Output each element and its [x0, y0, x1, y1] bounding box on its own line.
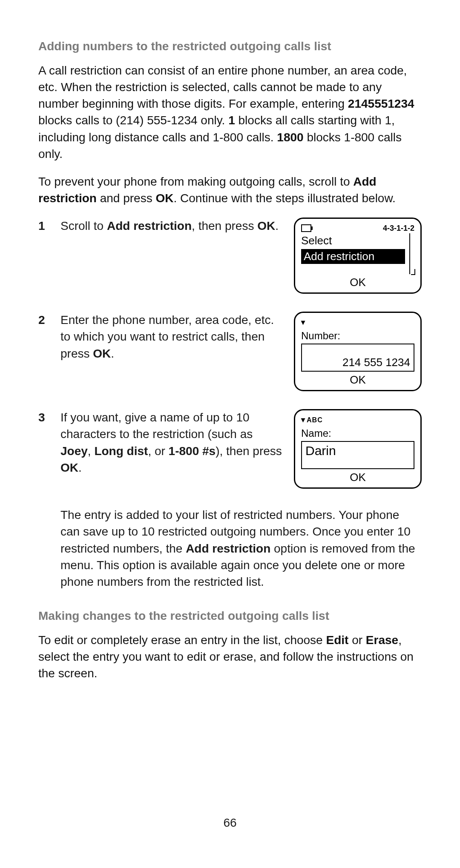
intro-paragraph-1: A call restriction can consist of an ent…	[38, 62, 422, 162]
text: , or	[148, 444, 168, 458]
text: If you want, give a name of up to 10 cha…	[60, 411, 253, 441]
text: and press	[97, 192, 156, 205]
name-input: Darin	[301, 441, 414, 469]
text: .	[78, 461, 82, 474]
text-bold: 1-800 #s	[169, 444, 216, 458]
screen-title: Select	[301, 234, 405, 247]
number-input: 214 555 1234	[301, 344, 414, 372]
text-bold: Erase	[366, 633, 398, 647]
text-bold: OK	[93, 347, 111, 360]
input-value: Darin	[305, 444, 336, 458]
input-mode-icon: ABC	[307, 416, 323, 424]
softkey-ok: OK	[301, 471, 414, 484]
signal-icon: ▾	[301, 318, 305, 327]
step-2: 2 Enter the phone number, area code, etc…	[38, 312, 422, 391]
step-text: If you want, give a name of up to 10 cha…	[60, 409, 285, 476]
step-3: 3 If you want, give a name of up to 10 c…	[38, 409, 422, 489]
status-icons: ▾ ABC	[301, 415, 323, 424]
text-bold: Add restriction	[186, 542, 270, 555]
text: ), then press	[216, 444, 282, 458]
text: .	[111, 347, 114, 360]
text-bold: 1800	[277, 131, 303, 144]
text: , then press	[192, 219, 257, 232]
text: ,	[88, 444, 95, 458]
field-label: Number:	[301, 330, 414, 342]
page-number: 66	[0, 816, 460, 830]
menu-path: 4-3-1-1-2	[383, 224, 414, 233]
text-bold: OK	[60, 461, 78, 474]
step-text: Enter the phone number, area code, etc. …	[60, 312, 285, 362]
text: To edit or completely erase an entry in …	[38, 633, 326, 647]
text-bold: Long dist	[94, 444, 148, 458]
step-1: 1 Scroll to Add restriction, then press …	[38, 218, 422, 294]
softkey-ok: OK	[301, 373, 414, 387]
signal-icon: ▾	[301, 415, 305, 424]
field-label: Name:	[301, 427, 414, 439]
step-number: 3	[38, 409, 51, 426]
steps-list: 1 Scroll to Add restriction, then press …	[38, 218, 422, 590]
step-text: Scroll to Add restriction, then press OK…	[60, 218, 285, 234]
edit-paragraph: To edit or completely erase an entry in …	[38, 632, 422, 682]
text-bold: Add restriction	[107, 219, 192, 232]
softkey-ok: OK	[301, 276, 414, 289]
intro-paragraph-2: To prevent your phone from making outgoi…	[38, 173, 422, 206]
phone-screen-number: ▾ Number: 214 555 1234 OK	[294, 312, 422, 391]
text-bold: 1	[228, 114, 235, 127]
section-heading: Making changes to the restricted outgoin…	[38, 608, 422, 624]
battery-icon	[301, 224, 311, 232]
text: . Continue with the steps illustrated be…	[173, 192, 395, 205]
text-bold: 2145551234	[348, 97, 414, 110]
scrollbar	[409, 233, 414, 274]
section-heading: Adding numbers to the restricted outgoin…	[38, 38, 422, 54]
phone-screen-name: ▾ ABC Name: Darin OK	[294, 409, 422, 489]
step-number: 2	[38, 312, 51, 328]
text: blocks calls to (214) 555-1234 only.	[38, 114, 228, 127]
text-bold: OK	[257, 219, 275, 232]
text: .	[275, 219, 279, 232]
text-bold: Joey	[60, 444, 88, 458]
text: Scroll to	[60, 219, 107, 232]
text: To prevent your phone from making outgoi…	[38, 175, 353, 188]
input-value: 214 555 1234	[342, 356, 410, 369]
text-bold: Edit	[326, 633, 348, 647]
phone-screen-select: 4-3-1-1-2 Select Add restriction OK	[294, 218, 422, 294]
step-3-continuation: The entry is added to your list of restr…	[60, 507, 422, 590]
screen-highlighted-item: Add restriction	[301, 249, 405, 264]
text: or	[348, 633, 365, 647]
step-number: 1	[38, 218, 51, 234]
text-bold: OK	[155, 192, 173, 205]
